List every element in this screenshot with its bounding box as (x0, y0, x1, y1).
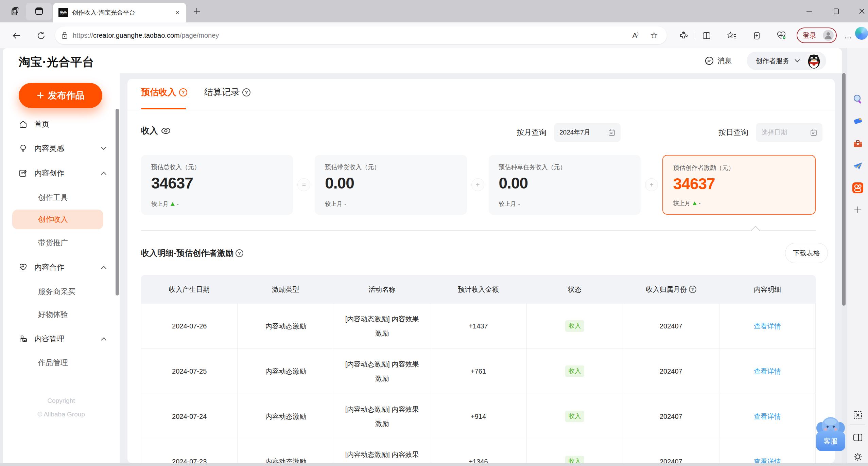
split-screen-icon[interactable] (701, 31, 712, 41)
settings-gear-icon[interactable] (852, 451, 864, 463)
edit-square-icon (19, 169, 28, 178)
window-maximize-button[interactable] (829, 5, 843, 18)
plus-icon (36, 91, 45, 100)
stat-card-creator-incentive[interactable]: 预估创作者激励（元） 34637 较上月- (662, 155, 816, 215)
browser-tab-bar: 光合 创作收入·淘宝光合平台 × (0, 0, 868, 22)
cell-month: 202407 (623, 439, 719, 463)
view-detail-link[interactable]: 查看详情 (754, 409, 781, 424)
handshake-heart-icon (19, 263, 28, 272)
url-host: creator.guanghe.taobao.com (93, 32, 180, 39)
cell-type: 内容动态激励 (238, 439, 334, 463)
cell-activity: [内容动态激励] 内容效果激励 (334, 349, 430, 394)
sidebar-item-promotion[interactable]: 带货推广 (38, 235, 99, 251)
date-picker[interactable]: 选择日期 (756, 123, 822, 142)
site-logo[interactable]: 淘宝·光合平台 (19, 54, 94, 70)
lightbulb-icon (19, 144, 28, 153)
tab-estimated-income[interactable]: 预估收入 ? (141, 86, 187, 98)
sidebar-item-content-management[interactable]: 内容管理 (19, 331, 106, 347)
status-badge: 收入 (565, 456, 584, 463)
refresh-button[interactable] (35, 30, 47, 41)
add-to-sidebar-icon[interactable] (852, 204, 864, 216)
cell-status: 收入 (527, 394, 623, 439)
address-bar[interactable]: https://creator.guanghe.taobao.com/page/… (55, 26, 667, 44)
cell-activity: [内容动态激励] 内容效果激励 (334, 394, 430, 439)
favorites-icon[interactable] (727, 31, 737, 41)
sidebar-item-service-purchase[interactable]: 服务商采买 (38, 284, 99, 300)
inbox-icon (19, 335, 28, 343)
cell-month: 202407 (623, 394, 719, 439)
settings-more-icon[interactable]: … (843, 31, 853, 41)
extensions-icon[interactable] (678, 31, 689, 41)
table-header: 收入产生日期 激励类型 活动名称 预计收入金额 状态 收入归属月份? 内容明细 (141, 275, 816, 304)
shopping-icon[interactable] (852, 115, 864, 128)
workspaces-icon[interactable] (10, 5, 21, 17)
browser-toolbar: https://creator.guanghe.taobao.com/page/… (0, 22, 868, 48)
sidebar: 发布作品 首页 内容灵感 内容创作 创作工具 创作收入 (3, 73, 120, 463)
home-icon (19, 120, 28, 129)
tab-close-icon[interactable]: × (174, 9, 181, 17)
sidebar-item-creation-tools[interactable]: 创作工具 (38, 190, 99, 206)
eye-icon[interactable] (161, 127, 171, 135)
view-detail-link[interactable]: 查看详情 (754, 319, 781, 333)
stat-card-task-income: 预估种草任务收入（元） 0.00 较上月- (489, 155, 641, 215)
browser-signin-button[interactable]: 登录 (797, 28, 837, 43)
favorite-star-icon[interactable]: ☆ (650, 30, 658, 41)
sidebar-item-cooperation[interactable]: 内容合作 (19, 259, 106, 275)
signin-label: 登录 (803, 31, 816, 40)
new-tab-button[interactable] (191, 5, 203, 17)
browser-essentials-icon[interactable] (776, 31, 786, 41)
help-icon[interactable]: ? (179, 88, 187, 96)
screenshot-icon[interactable] (852, 409, 864, 421)
col-detail: 内容明细 (719, 275, 816, 304)
window-minimize-button[interactable] (802, 5, 816, 18)
profile-avatar-icon (822, 30, 834, 41)
plus-symbol: + (645, 178, 658, 191)
lock-icon (61, 32, 68, 39)
sidebar-item-home[interactable]: 首页 (19, 116, 106, 132)
tools-icon[interactable] (852, 138, 864, 150)
sidebar-item-creation-income[interactable]: 创作收入 (12, 210, 103, 229)
read-aloud-icon[interactable]: A) (632, 31, 639, 39)
help-icon[interactable]: ? (236, 249, 243, 257)
view-detail-link[interactable]: 查看详情 (754, 364, 781, 378)
search-icon[interactable] (852, 93, 864, 105)
customer-service-widget[interactable]: 客服 (814, 415, 847, 451)
month-picker[interactable]: 2024年7月 (554, 123, 621, 142)
collections-icon[interactable] (752, 31, 762, 41)
tab-actions-icon[interactable] (33, 5, 45, 17)
messages-button[interactable]: 消息 (705, 56, 732, 66)
paper-plane-icon[interactable] (852, 160, 864, 172)
help-icon[interactable]: ? (689, 286, 696, 293)
cell-activity: [内容动态激励] 内容效果激励 (334, 304, 430, 348)
cell-status: 收入 (527, 439, 623, 463)
sidebar-scrollbar[interactable] (116, 109, 119, 295)
browser-tab[interactable]: 光合 创作收入·淘宝光合平台 × (53, 3, 186, 22)
back-button[interactable] (11, 30, 22, 41)
cell-status: 收入 (527, 349, 623, 394)
page-scrollbar[interactable] (842, 73, 846, 306)
tab-settlement-records[interactable]: 结算记录 ? (204, 86, 250, 98)
cell-detail: 查看详情 (719, 439, 816, 463)
creator-service-menu[interactable]: 创作者服务 (747, 52, 826, 70)
sidebar-item-works-management[interactable]: 作品管理 (38, 355, 99, 371)
date-placeholder: 选择日期 (761, 128, 787, 137)
customer-service-label[interactable]: 客服 (816, 431, 845, 451)
window-close-button[interactable] (855, 5, 868, 18)
tab-title: 创作收入·淘宝光合平台 (72, 8, 170, 17)
split-window-icon[interactable] (852, 431, 864, 444)
sidebar-item-product-trial[interactable]: 好物体验 (38, 306, 99, 323)
sidebar-item-inspiration[interactable]: 内容灵感 (19, 140, 106, 157)
sidebar-item-creation[interactable]: 内容创作 (19, 165, 106, 181)
publish-button[interactable]: 发布作品 (19, 83, 102, 108)
user-avatar[interactable] (805, 52, 823, 70)
stat-card-total-income: 预估总收入（元） 34637 较上月- (141, 155, 293, 215)
cell-date: 2024-07-24 (141, 394, 238, 439)
download-table-button[interactable]: 下载表格 (785, 243, 828, 263)
copilot-icon[interactable] (855, 27, 868, 40)
help-icon[interactable]: ? (242, 88, 250, 96)
kuaishou-icon[interactable] (852, 182, 864, 194)
view-detail-link[interactable]: 查看详情 (754, 454, 781, 463)
main-content-card: 预估收入 ? 结算记录 ? 收入 按月查询 2024年7月 按日查询 (127, 79, 835, 463)
cell-type: 内容动态激励 (238, 304, 334, 348)
cell-date: 2024-07-23 (141, 439, 238, 463)
